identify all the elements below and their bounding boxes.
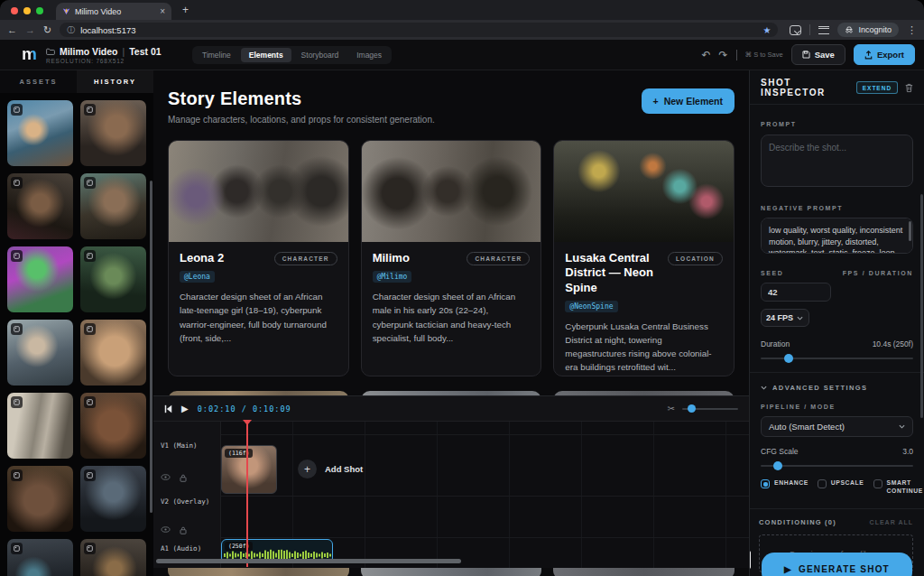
eye-icon[interactable] bbox=[161, 526, 171, 533]
timeline-zoom-slider[interactable] bbox=[682, 408, 738, 410]
browser-menu-icon[interactable]: ⋮ bbox=[907, 24, 917, 36]
upscale-checkbox[interactable]: UPSCALE bbox=[818, 478, 864, 488]
seed-input[interactable] bbox=[761, 283, 831, 302]
extension-icon[interactable] bbox=[818, 26, 829, 34]
close-window-icon[interactable] bbox=[11, 7, 18, 14]
history-thumbnail[interactable] bbox=[80, 393, 146, 459]
tab-close-icon[interactable]: × bbox=[160, 6, 165, 16]
plus-icon: + bbox=[653, 96, 659, 107]
element-card-leona[interactable]: Leona 2 CHARACTER @Leona Character desig… bbox=[168, 140, 349, 376]
add-shot-button[interactable]: + Add Shot bbox=[298, 460, 363, 478]
eye-icon[interactable] bbox=[161, 474, 171, 480]
tab-images[interactable]: Images bbox=[348, 48, 390, 62]
element-tag[interactable]: @Milimo bbox=[373, 271, 412, 283]
sidebar-tab-assets[interactable]: ASSETS bbox=[0, 70, 77, 93]
reload-icon[interactable]: ↻ bbox=[43, 25, 51, 35]
site-info-icon[interactable]: ⓘ bbox=[67, 24, 75, 36]
trash-icon[interactable] bbox=[905, 83, 913, 93]
history-thumbnail[interactable] bbox=[80, 100, 146, 166]
video-clip[interactable]: (116f) bbox=[221, 445, 277, 494]
duration-slider-thumb[interactable] bbox=[784, 354, 793, 363]
history-thumbnail[interactable] bbox=[7, 173, 73, 239]
advanced-settings-toggle[interactable]: ADVANCED SETTINGS bbox=[761, 384, 913, 392]
asset-type-icon bbox=[11, 177, 23, 189]
save-button[interactable]: Save bbox=[791, 44, 845, 65]
url-text[interactable]: localhost:5173 bbox=[80, 25, 135, 35]
zoom-slider-thumb[interactable] bbox=[688, 404, 696, 413]
enhance-checkbox[interactable]: ENHANCE bbox=[761, 478, 808, 488]
skip-to-start-icon[interactable] bbox=[164, 404, 172, 413]
browser-window: Milimo Video × + ← → ↻ ⓘ localhost:5173 … bbox=[0, 0, 924, 576]
cfg-value: 3.0 bbox=[902, 447, 913, 456]
redo-icon[interactable]: ↷ bbox=[719, 50, 728, 60]
forward-icon[interactable]: → bbox=[25, 25, 35, 35]
smart-continue-checkbox[interactable]: SMART CONTINUE bbox=[873, 478, 923, 495]
extend-badge[interactable]: EXTEND bbox=[856, 81, 898, 94]
asset-type-icon bbox=[84, 250, 96, 262]
history-thumbnail[interactable] bbox=[7, 466, 73, 532]
cfg-slider-thumb[interactable] bbox=[773, 461, 782, 470]
play-icon[interactable]: ▶ bbox=[181, 404, 189, 413]
pipeline-label: PIPELINE / MODE bbox=[761, 404, 913, 410]
asset-type-icon bbox=[11, 469, 23, 481]
minimize-window-icon[interactable] bbox=[23, 7, 31, 14]
element-card-milimo[interactable]: Milimo CHARACTER @Milimo Character desig… bbox=[361, 140, 542, 376]
tab-storyboard[interactable]: Storyboard bbox=[293, 48, 347, 62]
pipeline-select[interactable]: Auto (Smart Detect) bbox=[761, 416, 913, 437]
scissors-icon[interactable]: ✂ bbox=[668, 404, 675, 413]
history-thumbnail-grid bbox=[0, 93, 153, 576]
browser-tab[interactable]: Milimo Video × bbox=[56, 3, 171, 20]
element-description: Cyberpunk Lusaka Central Business Distri… bbox=[565, 320, 723, 375]
export-button[interactable]: Export bbox=[854, 44, 915, 65]
inspector-scrollbar-left[interactable] bbox=[749, 551, 751, 569]
sidebar-tab-history[interactable]: HISTORY bbox=[77, 70, 153, 93]
element-type-badge: CHARACTER bbox=[274, 252, 337, 265]
history-thumbnail[interactable] bbox=[80, 466, 146, 532]
history-thumbnail[interactable] bbox=[7, 320, 73, 386]
new-tab-button[interactable]: + bbox=[182, 4, 189, 16]
new-element-button[interactable]: + New Element bbox=[642, 88, 735, 114]
browser-toolbar: ← → ↻ ⓘ localhost:5173 ★ Incognito ⋮ bbox=[0, 20, 924, 40]
duration-label: Duration bbox=[761, 339, 790, 348]
back-icon[interactable]: ← bbox=[7, 25, 17, 35]
maximize-window-icon[interactable] bbox=[36, 7, 43, 14]
negative-prompt-scrollbar[interactable] bbox=[909, 221, 911, 241]
tab-timeline[interactable]: Timeline bbox=[194, 48, 239, 62]
sidebar-scrollbar[interactable] bbox=[150, 181, 152, 513]
timeline-tracks[interactable]: (116f) + Add Shot (250f) bbox=[221, 422, 749, 568]
bookmark-star-icon[interactable]: ★ bbox=[763, 25, 772, 35]
element-tag[interactable]: @Leona bbox=[180, 271, 215, 283]
history-thumbnail[interactable] bbox=[7, 100, 73, 166]
lock-icon[interactable] bbox=[180, 474, 187, 482]
playhead[interactable] bbox=[246, 420, 248, 567]
history-thumbnail[interactable] bbox=[7, 539, 73, 576]
history-thumbnail[interactable] bbox=[80, 173, 146, 239]
generate-shot-button[interactable]: ▶ GENERATE SHOT bbox=[762, 553, 912, 576]
history-thumbnail[interactable] bbox=[7, 246, 73, 312]
duration-value: 10.4s (250f) bbox=[873, 339, 913, 348]
element-card-lusaka[interactable]: Lusaka Central District — Neon Spine LOC… bbox=[553, 140, 735, 376]
history-thumbnail[interactable] bbox=[7, 393, 73, 459]
clear-all-button[interactable]: CLEAR ALL bbox=[870, 519, 913, 525]
element-tag[interactable]: @NeonSpine bbox=[565, 301, 617, 312]
tab-elements[interactable]: Elements bbox=[241, 48, 291, 62]
incognito-icon bbox=[845, 26, 854, 33]
track-label-v2: V2 (Overlay) bbox=[161, 497, 209, 506]
undo-icon[interactable]: ↶ bbox=[701, 50, 710, 60]
element-name: Milimo bbox=[373, 251, 462, 265]
fps-duration-label: FPS / DURATION bbox=[843, 270, 913, 276]
duration-slider[interactable] bbox=[761, 358, 913, 359]
timeline-horizontal-scrollbar[interactable] bbox=[156, 559, 461, 563]
negative-prompt-input[interactable]: low quality, worst quality, inconsistent… bbox=[761, 218, 913, 254]
macos-window-controls[interactable] bbox=[11, 7, 43, 14]
address-bar[interactable]: ⓘ localhost:5173 ★ bbox=[60, 23, 778, 37]
history-thumbnail[interactable] bbox=[80, 320, 146, 386]
history-thumbnail[interactable] bbox=[80, 539, 146, 576]
inspector-scrollbar[interactable] bbox=[920, 194, 923, 418]
lock-icon[interactable] bbox=[180, 526, 187, 534]
tab-search-icon[interactable] bbox=[790, 25, 801, 35]
cfg-slider[interactable] bbox=[761, 465, 913, 467]
prompt-input[interactable] bbox=[761, 135, 913, 187]
history-thumbnail[interactable] bbox=[80, 246, 146, 312]
fps-select[interactable]: 24 FPS bbox=[761, 309, 809, 327]
